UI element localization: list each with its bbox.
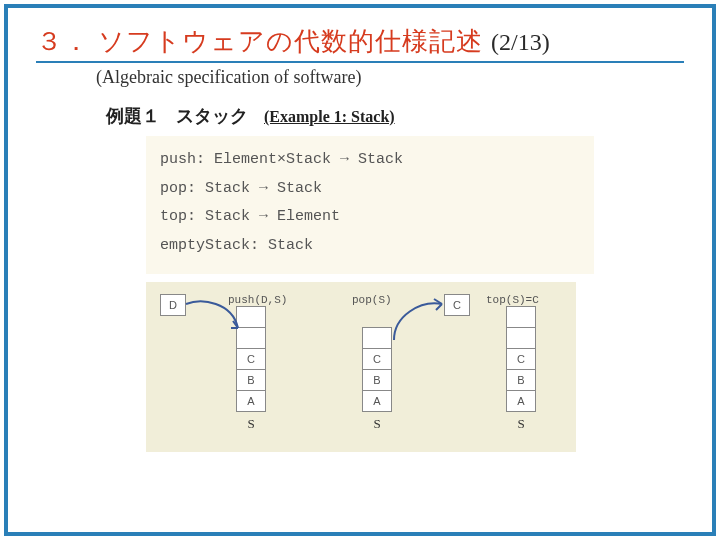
stack-2-cell-1: C <box>362 348 392 370</box>
sig-pop: pop: Stack → Stack <box>160 175 580 204</box>
stack-1-cell-3: B <box>236 369 266 391</box>
op-top-label: top(S)=C <box>486 294 539 306</box>
section-number: ３． <box>36 24 90 59</box>
sig-empty: emptyStack: Stack <box>160 232 580 261</box>
signature-box: push: Element×Stack → Stack pop: Stack →… <box>146 136 594 274</box>
subtitle: (Algebraic specification of software) <box>96 67 684 88</box>
stack-3-label: S <box>517 416 524 432</box>
stack-3-cell-4: A <box>506 390 536 412</box>
stack-2-cell-2: B <box>362 369 392 391</box>
example-name-en: (Example 1: Stack) <box>264 108 395 126</box>
stack-1-label: S <box>247 416 254 432</box>
title-row: ３． ソフトウェアの代数的仕様記述 (2/13) <box>36 24 684 63</box>
stack-diagram: D push(D,S) pop(S) top(S)=C C C B A S C … <box>146 282 576 452</box>
stack-2-cell-3: A <box>362 390 392 412</box>
sig-push: push: Element×Stack → Stack <box>160 146 580 175</box>
stack-1-cell-2: C <box>236 348 266 370</box>
pop-arrow-icon <box>390 296 450 346</box>
stack-3-cell-3: B <box>506 369 536 391</box>
stack-1-cell-4: A <box>236 390 266 412</box>
stack-3-cell-1 <box>506 327 536 349</box>
stack-3-cell-0 <box>506 306 536 328</box>
element-d-label: D <box>169 299 177 311</box>
push-arrow-icon <box>182 296 242 338</box>
example-heading: 例題１ スタック (Example 1: Stack) <box>106 104 684 128</box>
stack-3-cell-2: C <box>506 348 536 370</box>
stack-3: C B A S <box>506 307 536 432</box>
example-name-jp: スタック <box>176 104 248 128</box>
element-c-label: C <box>453 299 461 311</box>
sig-top: top: Stack → Element <box>160 203 580 232</box>
stack-2-cell-0 <box>362 327 392 349</box>
stack-2-label: S <box>373 416 380 432</box>
title-main: ソフトウェアの代数的仕様記述 <box>98 24 483 59</box>
stack-2: C B A S <box>362 328 392 432</box>
page-indicator: (2/13) <box>491 29 550 56</box>
slide-frame: ３． ソフトウェアの代数的仕様記述 (2/13) (Algebraic spec… <box>4 4 716 536</box>
example-number-jp: 例題１ <box>106 104 160 128</box>
op-pop-label: pop(S) <box>352 294 392 306</box>
